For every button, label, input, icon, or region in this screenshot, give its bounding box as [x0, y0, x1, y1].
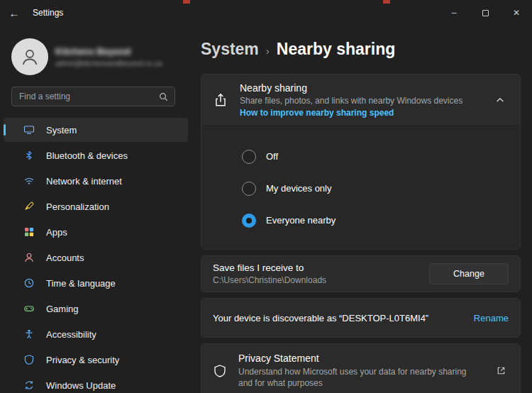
- radio-option-my-devices-only[interactable]: My devices only: [242, 172, 509, 204]
- screen-artifact: [183, 0, 190, 4]
- sidebar-item-bluetooth-devices[interactable]: Bluetooth & devices: [4, 143, 188, 167]
- wifi-icon: [23, 175, 35, 187]
- save-files-path: C:\Users\Christine\Downloads: [213, 275, 429, 285]
- breadcrumb-separator: ›: [266, 45, 270, 57]
- sidebar-item-network-internet[interactable]: Network & internet: [4, 169, 188, 193]
- sidebar-item-gaming[interactable]: Gaming: [4, 297, 188, 321]
- accessibility-icon: [23, 328, 35, 340]
- avatar: [11, 38, 48, 75]
- person-icon: [19, 46, 40, 67]
- radio-option-off[interactable]: Off: [242, 140, 509, 172]
- sidebar-item-label: Accessibility: [46, 329, 96, 340]
- settings-cards: Nearby sharing Share files, photos, and …: [201, 74, 521, 393]
- gamepad-icon: [23, 303, 35, 314]
- search-box: [11, 87, 175, 106]
- collapse-toggle[interactable]: [490, 95, 510, 105]
- user-name: Kitchens Beyond: [55, 46, 162, 57]
- update-arrows-icon: [23, 380, 35, 391]
- minimize-icon: –: [452, 8, 457, 18]
- sidebar-item-label: Time & language: [46, 278, 116, 289]
- sidebar-item-label: Bluetooth & devices: [46, 150, 128, 161]
- page-title: Nearby sharing: [277, 40, 395, 59]
- apps-grid-icon: [23, 226, 35, 238]
- breadcrumb: System › Nearby sharing: [201, 40, 521, 61]
- radio-label: My devices only: [266, 183, 331, 194]
- nearby-sharing-options: Off My devices only Everyone nearby: [201, 126, 520, 249]
- privacy-statement-card[interactable]: Privacy Statement Understand how Microso…: [201, 343, 521, 393]
- search-icon[interactable]: [158, 92, 169, 102]
- radio-my-devices-only[interactable]: [242, 182, 256, 196]
- chevron-up-icon: [495, 95, 505, 105]
- sidebar-item-privacy-security[interactable]: Privacy & security: [4, 348, 188, 372]
- save-files-title: Save files I receive to: [213, 262, 429, 273]
- privacy-statement-title: Privacy Statement: [238, 353, 480, 364]
- rename-link[interactable]: Rename: [474, 313, 509, 323]
- back-icon: ←: [9, 7, 20, 19]
- maximize-button[interactable]: [470, 0, 501, 26]
- sidebar-item-label: System: [46, 125, 77, 135]
- shield-icon: [23, 354, 35, 365]
- sidebar-item-accounts[interactable]: Accounts: [4, 245, 188, 270]
- open-external-button[interactable]: [492, 365, 510, 376]
- main-content: System › Nearby sharing Nearby sharing S…: [201, 26, 521, 393]
- bluetooth-icon: [23, 150, 35, 161]
- settings-nav: System Bluetooth & devices Network & int…: [0, 118, 193, 393]
- sidebar-item-label: Accounts: [46, 253, 84, 263]
- sidebar: Kitchens Beyond admin@kitchensandbeyond.…: [0, 26, 193, 393]
- radio-off[interactable]: [242, 150, 256, 164]
- privacy-shield-icon: [213, 364, 227, 378]
- system-icon: [23, 124, 35, 135]
- window-title: Settings: [33, 8, 63, 18]
- device-discoverable-card: Your device is discoverable as “DESKTOP-…: [201, 298, 521, 338]
- close-button[interactable]: ✕: [501, 0, 532, 26]
- minimize-button[interactable]: –: [438, 0, 470, 26]
- search-input[interactable]: [12, 92, 158, 101]
- sidebar-item-accessibility[interactable]: Accessibility: [4, 322, 188, 346]
- breadcrumb-system[interactable]: System: [201, 40, 259, 59]
- sidebar-item-label: Apps: [46, 227, 67, 238]
- sidebar-item-label: Gaming: [46, 304, 79, 314]
- titlebar: ← Settings – ✕: [0, 0, 532, 26]
- maximize-icon: [482, 10, 489, 16]
- accounts-person-icon: [23, 252, 35, 263]
- radio-everyone-nearby[interactable]: [242, 214, 256, 228]
- nearby-sharing-expander-header[interactable]: Nearby sharing Share files, photos, and …: [201, 74, 520, 126]
- sidebar-item-time-language[interactable]: Time & language: [4, 271, 188, 295]
- improve-speed-link[interactable]: How to improve nearby sharing speed: [240, 108, 479, 118]
- sidebar-item-apps[interactable]: Apps: [4, 220, 188, 244]
- sidebar-item-windows-update[interactable]: Windows Update: [4, 373, 188, 393]
- save-files-card: Save files I receive to C:\Users\Christi…: [201, 255, 521, 292]
- back-button[interactable]: ←: [0, 0, 28, 26]
- nearby-sharing-description: Share files, photos, and links with near…: [240, 96, 479, 106]
- change-button[interactable]: Change: [429, 263, 509, 284]
- sidebar-item-personalization[interactable]: Personalization: [4, 194, 188, 218]
- nearby-sharing-title: Nearby sharing: [240, 82, 479, 94]
- radio-option-everyone-nearby[interactable]: Everyone nearby: [242, 204, 509, 236]
- share-icon: [213, 92, 228, 108]
- user-email: admin@kitchensandbeyond.co.za: [55, 60, 162, 67]
- device-discoverable-text: Your device is discoverable as “DESKTOP-…: [213, 313, 428, 323]
- account-profile[interactable]: Kitchens Beyond admin@kitchensandbeyond.…: [0, 26, 193, 87]
- nearby-sharing-card: Nearby sharing Share files, photos, and …: [201, 74, 521, 250]
- radio-label: Off: [266, 151, 278, 162]
- external-link-icon: [496, 365, 506, 376]
- radio-label: Everyone nearby: [266, 215, 336, 226]
- close-icon: ✕: [513, 8, 520, 18]
- privacy-statement-description: Understand how Microsoft uses your data …: [238, 366, 480, 389]
- sidebar-item-label: Network & internet: [46, 176, 122, 187]
- sidebar-item-label: Privacy & security: [46, 355, 119, 365]
- sidebar-item-system[interactable]: System: [4, 118, 188, 142]
- paintbrush-icon: [23, 201, 35, 212]
- screen-artifact: [383, 0, 390, 4]
- clock-icon: [23, 277, 35, 289]
- sidebar-item-label: Windows Update: [46, 380, 116, 391]
- sidebar-item-label: Personalization: [46, 201, 109, 212]
